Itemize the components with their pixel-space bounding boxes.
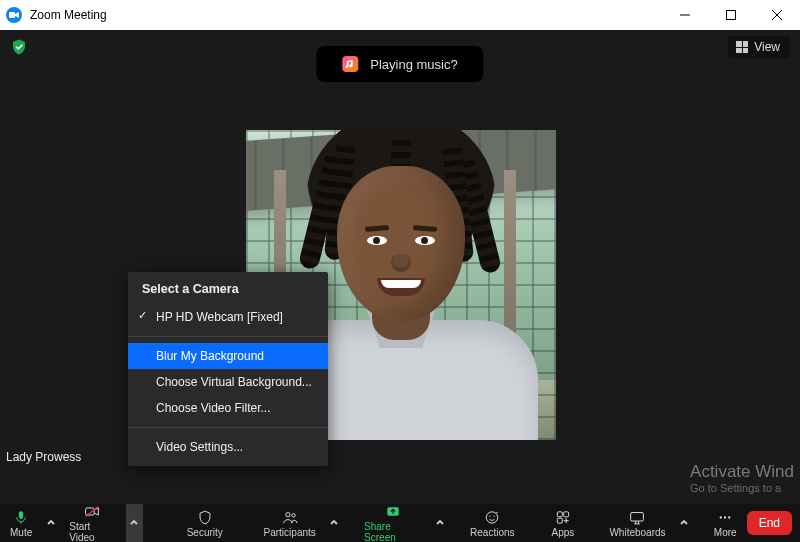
meeting-stage: View Playing music? (0, 30, 800, 504)
svg-rect-17 (557, 518, 562, 523)
menu-separator (128, 336, 328, 337)
share-options-caret[interactable] (432, 504, 449, 542)
participants-button[interactable]: Participants (254, 504, 326, 542)
menu-video-settings[interactable]: Video Settings... (128, 434, 328, 460)
titlebar: Zoom Meeting (0, 0, 800, 30)
more-button[interactable]: More (704, 504, 747, 542)
whiteboards-label: Whiteboards (609, 527, 665, 538)
svg-point-9 (285, 512, 289, 516)
share-screen-button[interactable]: Share Screen (354, 504, 432, 542)
svg-point-14 (494, 515, 495, 516)
view-label: View (754, 40, 780, 54)
menu-virtual-background[interactable]: Choose Virtual Background... (128, 369, 328, 395)
mute-options-caret[interactable] (42, 504, 59, 542)
svg-rect-2 (727, 11, 736, 20)
start-video-label: Start Video (69, 521, 116, 542)
svg-rect-16 (564, 511, 569, 516)
svg-point-12 (487, 511, 498, 522)
apps-label: Apps (552, 527, 575, 538)
menu-video-filter[interactable]: Choose Video Filter... (128, 395, 328, 421)
encryption-shield-icon[interactable] (10, 38, 28, 56)
smiley-icon (483, 509, 501, 526)
watermark-line2: Go to Settings to a (690, 482, 794, 494)
menu-blur-background[interactable]: Blur My Background (128, 343, 328, 369)
menu-header: Select a Camera (128, 282, 328, 304)
window-close-button[interactable] (754, 0, 800, 30)
music-note-icon (342, 56, 358, 72)
whiteboards-options-caret[interactable] (676, 504, 693, 542)
participant-name-label: Lady Prowess (2, 448, 85, 466)
menu-camera-option[interactable]: HP HD Webcam [Fixed] (128, 304, 328, 330)
video-options-menu: Select a Camera HP HD Webcam [Fixed] Blu… (128, 272, 328, 466)
shield-icon (196, 509, 214, 526)
security-label: Security (187, 527, 223, 538)
svg-rect-18 (631, 512, 644, 521)
svg-rect-15 (557, 511, 562, 516)
svg-point-19 (720, 516, 722, 518)
microphone-icon (12, 509, 30, 526)
app-window: Zoom Meeting View Playing music? (0, 0, 800, 542)
security-button[interactable]: Security (177, 504, 233, 542)
svg-point-13 (489, 515, 490, 516)
music-prompt-text: Playing music? (370, 57, 457, 72)
window-minimize-button[interactable] (662, 0, 708, 30)
grid-icon (736, 41, 748, 53)
reactions-label: Reactions (470, 527, 514, 538)
camera-off-icon (83, 503, 101, 520)
svg-point-21 (728, 516, 730, 518)
svg-point-10 (291, 513, 294, 516)
participants-options-caret[interactable] (326, 504, 343, 542)
zoom-app-icon (6, 7, 22, 23)
window-maximize-button[interactable] (708, 0, 754, 30)
playing-music-prompt[interactable]: Playing music? (316, 46, 483, 82)
whiteboards-button[interactable]: Whiteboards (599, 504, 675, 542)
svg-point-20 (724, 516, 726, 518)
start-video-button[interactable]: Start Video (59, 504, 126, 542)
participants-icon (281, 509, 299, 526)
video-options-caret[interactable] (126, 504, 143, 542)
menu-separator (128, 427, 328, 428)
svg-rect-5 (19, 511, 23, 519)
end-button[interactable]: End (747, 511, 792, 535)
end-label: End (759, 516, 780, 530)
view-button[interactable]: View (728, 36, 790, 58)
apps-icon (554, 509, 572, 526)
share-screen-label: Share Screen (364, 521, 422, 542)
meeting-toolbar: Mute Start Video Security Participants (0, 504, 800, 542)
whiteboard-icon (628, 509, 646, 526)
watermark-line1: Activate Wind (690, 462, 794, 482)
participants-label: Participants (264, 527, 316, 538)
window-title: Zoom Meeting (30, 8, 107, 22)
more-icon (716, 509, 734, 526)
apps-button[interactable]: Apps (542, 504, 585, 542)
reactions-button[interactable]: Reactions (460, 504, 524, 542)
svg-rect-0 (9, 12, 15, 18)
more-label: More (714, 527, 737, 538)
windows-activation-watermark: Activate Wind Go to Settings to a (690, 462, 794, 494)
mute-label: Mute (10, 527, 32, 538)
mute-button[interactable]: Mute (0, 504, 42, 542)
share-screen-icon (384, 503, 402, 520)
